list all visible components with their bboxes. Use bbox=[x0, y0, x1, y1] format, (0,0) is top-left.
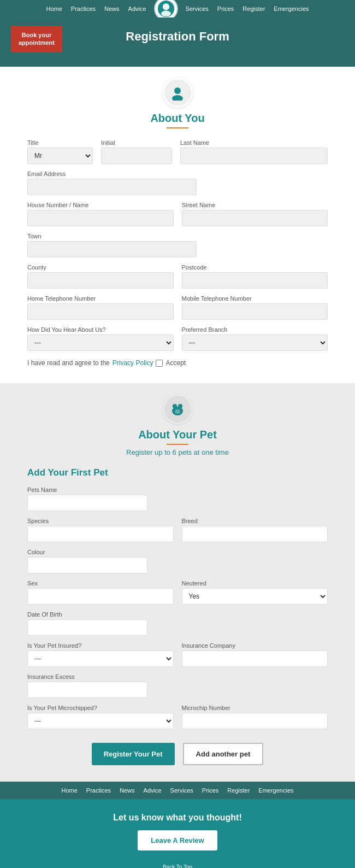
lastname-input[interactable] bbox=[180, 148, 328, 164]
title-label: Title bbox=[27, 139, 93, 146]
colour-input[interactable] bbox=[27, 557, 147, 573]
sex-input[interactable] bbox=[27, 588, 174, 605]
neutered-select[interactable]: Yes No bbox=[182, 588, 328, 605]
how-hear-select[interactable]: --- bbox=[27, 335, 174, 351]
nav-prices[interactable]: Prices bbox=[217, 5, 234, 12]
street-group: Street Name bbox=[182, 202, 328, 226]
nav-services[interactable]: Services bbox=[186, 5, 209, 12]
svg-point-1 bbox=[162, 3, 169, 10]
breed-input[interactable] bbox=[182, 526, 328, 542]
house-input[interactable] bbox=[27, 210, 174, 226]
sex-neutered-row: Sex Neutered Yes No bbox=[27, 580, 328, 605]
home-tel-input[interactable] bbox=[27, 303, 174, 320]
county-postcode-row: County Postcode bbox=[27, 264, 328, 289]
neutered-label: Neutered bbox=[182, 580, 328, 587]
nav-news[interactable]: News bbox=[104, 5, 120, 12]
species-group: Species bbox=[27, 518, 174, 542]
add-another-pet-button[interactable]: Add another pet bbox=[183, 743, 264, 765]
insured-row: Is Your Pet Insured? --- Yes No Insuranc… bbox=[27, 642, 328, 667]
mobile-tel-label: Mobile Telephone Number bbox=[182, 295, 328, 302]
microchip-number-group: Microchip Number bbox=[182, 705, 328, 729]
footer-nav-news[interactable]: News bbox=[120, 787, 135, 794]
footer-nav-services[interactable]: Services bbox=[170, 787, 193, 794]
nav-home[interactable]: Home bbox=[46, 5, 62, 12]
register-sub-text: Register up to 6 pets at one time bbox=[27, 448, 328, 456]
footer-nav-advice[interactable]: Advice bbox=[144, 787, 162, 794]
home-tel-label: Home Telephone Number bbox=[27, 295, 174, 302]
section-underline bbox=[167, 127, 188, 128]
dob-input[interactable] bbox=[27, 619, 147, 636]
book-appointment-button[interactable]: Book your appointment bbox=[11, 26, 62, 52]
neutered-group: Neutered Yes No bbox=[182, 580, 328, 605]
dob-group: Date Of Birth bbox=[27, 611, 328, 636]
insurance-company-label: Insurance Company bbox=[182, 642, 328, 649]
town-input[interactable] bbox=[27, 241, 197, 257]
nav-advice[interactable]: Advice bbox=[128, 5, 146, 12]
nav-practices[interactable]: Practices bbox=[71, 5, 96, 12]
title-group: Title Mr Mrs Miss Ms Dr bbox=[27, 139, 93, 164]
microchipped-select[interactable]: --- Yes No bbox=[27, 713, 174, 729]
nav-emergencies[interactable]: Emergencies bbox=[274, 5, 309, 12]
footer-nav-emergencies[interactable]: Emergencies bbox=[258, 787, 293, 794]
colour-group: Colour bbox=[27, 549, 328, 573]
sex-label: Sex bbox=[27, 580, 174, 587]
house-group: House Number / Name bbox=[27, 202, 174, 226]
svg-point-8 bbox=[175, 409, 180, 414]
mobile-tel-group: Mobile Telephone Number bbox=[182, 295, 328, 320]
back-to-top-link[interactable]: Back To Top bbox=[11, 864, 344, 868]
pet-avatar bbox=[163, 394, 193, 424]
insured-select[interactable]: --- Yes No bbox=[27, 650, 174, 667]
about-you-section: About You Title Mr Mrs Miss Ms Dr Initia… bbox=[0, 67, 355, 383]
initial-group: Initial bbox=[101, 139, 172, 164]
species-breed-row: Species Breed bbox=[27, 518, 328, 542]
street-input[interactable] bbox=[182, 210, 328, 226]
insurance-company-input[interactable] bbox=[182, 650, 328, 667]
pet-icon bbox=[169, 401, 186, 418]
dob-label: Date Of Birth bbox=[27, 611, 328, 618]
about-pet-title: About Your Pet bbox=[27, 429, 328, 441]
footer-nav-prices[interactable]: Prices bbox=[202, 787, 219, 794]
user-avatar bbox=[163, 78, 193, 108]
svg-point-6 bbox=[173, 404, 177, 408]
microchipped-label: Is Your Pet Microchipped? bbox=[27, 705, 174, 711]
svg-point-7 bbox=[178, 404, 182, 408]
privacy-policy-link[interactable]: Privacy Policy bbox=[113, 359, 153, 367]
svg-point-2 bbox=[161, 11, 171, 17]
microchip-number-input[interactable] bbox=[182, 713, 328, 729]
county-input[interactable] bbox=[27, 272, 174, 289]
pet-name-group: Pets Name bbox=[27, 486, 328, 511]
leave-review-button[interactable]: Leave A Review bbox=[138, 830, 217, 851]
email-group: Email Address bbox=[27, 171, 328, 195]
preferred-branch-select[interactable]: --- bbox=[182, 335, 328, 351]
how-hear-group: How Did You Hear About Us? --- bbox=[27, 326, 174, 351]
pet-section-underline bbox=[167, 444, 188, 445]
title-select[interactable]: Mr Mrs Miss Ms Dr bbox=[27, 148, 93, 164]
footer-bottom: Back To Top © Kitts Vets 2019. Web Desig… bbox=[0, 859, 355, 868]
add-first-pet-title: Add Your First Pet bbox=[27, 467, 328, 478]
footer-nav-home[interactable]: Home bbox=[61, 787, 77, 794]
email-input[interactable] bbox=[27, 179, 197, 195]
how-hear-branch-row: How Did You Hear About Us? --- Preferred… bbox=[27, 326, 328, 351]
tel-row: Home Telephone Number Mobile Telephone N… bbox=[27, 295, 328, 320]
initial-input[interactable] bbox=[101, 148, 172, 164]
register-pet-button[interactable]: Register Your Pet bbox=[92, 743, 175, 765]
svg-point-4 bbox=[172, 95, 183, 101]
insurance-excess-input[interactable] bbox=[27, 682, 147, 698]
pet-name-input[interactable] bbox=[27, 495, 147, 511]
preferred-branch-group: Preferred Branch --- bbox=[182, 326, 328, 351]
colour-label: Colour bbox=[27, 549, 328, 555]
species-input[interactable] bbox=[27, 526, 174, 542]
microchipped-group: Is Your Pet Microchipped? --- Yes No bbox=[27, 705, 174, 729]
privacy-row: I have read and agree to the Privacy Pol… bbox=[27, 359, 328, 367]
insurance-excess-group: Insurance Excess bbox=[27, 673, 328, 698]
footer-nav-practices[interactable]: Practices bbox=[86, 787, 111, 794]
mobile-tel-input[interactable] bbox=[182, 303, 328, 320]
nav-register[interactable]: Register bbox=[242, 5, 265, 12]
postcode-input[interactable] bbox=[182, 272, 328, 289]
page-header: Book your appointment Registration Form bbox=[0, 17, 355, 67]
about-you-header: About You bbox=[27, 78, 328, 128]
house-street-row: House Number / Name Street Name bbox=[27, 202, 328, 226]
initial-label: Initial bbox=[101, 139, 172, 146]
accept-checkbox[interactable] bbox=[156, 360, 163, 367]
footer-nav-register[interactable]: Register bbox=[227, 787, 250, 794]
